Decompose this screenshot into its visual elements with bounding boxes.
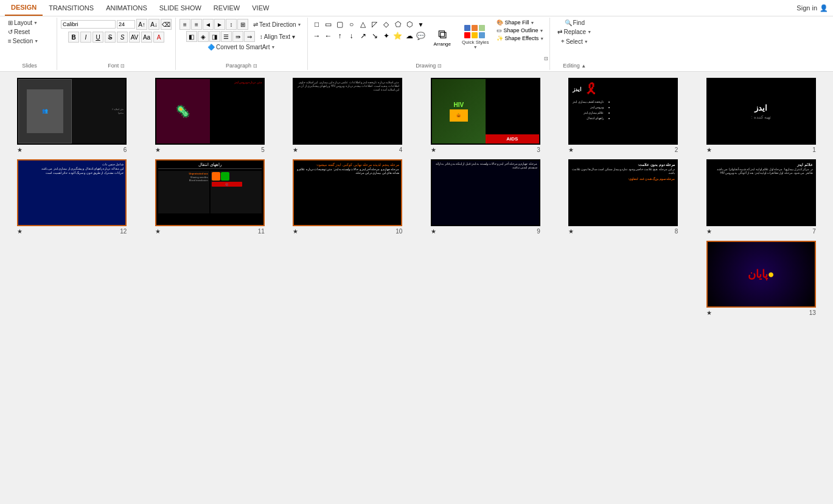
shape-triangle-icon[interactable]: △: [358, 19, 369, 30]
drawing-group-expand[interactable]: ⊡: [544, 56, 548, 61]
slide-item-1[interactable]: ایدز تهیه کننده : ★ 1: [695, 78, 828, 153]
tab-slideshow[interactable]: SLIDE SHOW: [153, 1, 207, 15]
tab-design[interactable]: DESIGN: [5, 0, 43, 16]
decrease-font-button[interactable]: A↓: [148, 19, 159, 30]
slide-item-4[interactable]: متن اسلاید درباره تاریخچه ایدز و اطلاعات…: [282, 78, 414, 153]
shape-arrow6-icon[interactable]: ↘: [369, 30, 380, 41]
slide-item-2[interactable]: 🎗 ایدز تاریخچه کشف بیماری ایدز ویروس اید…: [557, 78, 689, 153]
slide-item-7[interactable]: علائم ایدز در مرکز کنترل بیماریها: مرحله…: [695, 159, 828, 235]
slide-6-num: 6: [124, 147, 127, 153]
slide-item-11[interactable]: راههای انتقال Unprotected sex Sharing ne…: [144, 159, 276, 235]
slide-13-star: ★: [706, 309, 712, 316]
font-color-button[interactable]: A: [153, 32, 164, 43]
columns-button[interactable]: ⊞: [237, 19, 248, 30]
arrange-button[interactable]: ⧉ Arrange: [429, 19, 456, 55]
slide-11-num: 11: [258, 228, 265, 235]
shape-star2-icon[interactable]: ⭐: [392, 30, 403, 41]
select-icon: ⌖: [561, 38, 565, 45]
justify-button[interactable]: ☰: [221, 31, 232, 42]
shape-arrow-icon[interactable]: →: [312, 30, 322, 41]
shape-pentagon-icon[interactable]: ⬠: [392, 19, 403, 30]
shape-diamond-icon[interactable]: ◇: [381, 19, 392, 30]
select-dropdown-icon: ▼: [584, 40, 588, 44]
sign-in-button[interactable]: Sign in 👤: [796, 4, 828, 12]
arrange-icon: ⧉: [438, 27, 447, 41]
shape-arrow2-icon[interactable]: ←: [323, 30, 334, 41]
shape-outline-button[interactable]: ▭ Shape Outline ▼: [495, 27, 546, 34]
find-button[interactable]: 🔍 Find: [563, 19, 587, 27]
shape-effects-button[interactable]: ✨ Shape Effects ▼: [495, 35, 546, 42]
align-text-button[interactable]: ↕ Align Text ▾: [258, 33, 297, 41]
slide-item-5[interactable]: 🦠 متن درباره ویروس ایدز ★ 5: [144, 78, 276, 153]
shape-arrow4-icon[interactable]: ↓: [346, 30, 357, 41]
align-left-button[interactable]: ◧: [186, 31, 197, 42]
replace-dropdown-icon: ▼: [587, 30, 591, 34]
tab-animations[interactable]: ANIMATIONS: [100, 1, 153, 15]
strikethrough-button[interactable]: S: [105, 32, 116, 43]
layout-button[interactable]: ⊞ Layout ▼: [6, 19, 40, 27]
italic-button[interactable]: I: [80, 32, 91, 43]
tab-view[interactable]: VIEW: [246, 1, 275, 15]
shape-star-icon[interactable]: ✦: [381, 30, 392, 41]
shadow-button[interactable]: S: [117, 32, 128, 43]
line-spacing-button[interactable]: ↕: [226, 19, 237, 30]
slide-7-star: ★: [706, 228, 712, 235]
replace-button[interactable]: ⇄ Replace ▼: [556, 28, 593, 36]
slide-item-13[interactable]: ●پایان ★ 13: [695, 241, 828, 320]
shape-rect-icon[interactable]: □: [312, 19, 322, 30]
text-direction-button[interactable]: ⇌ Text Direction ▼: [251, 21, 304, 29]
decrease-indent-button[interactable]: ◄: [203, 19, 214, 30]
shape-arrow3-icon[interactable]: ↑: [335, 30, 346, 41]
slide-7-num: 7: [812, 228, 816, 235]
shape-round-rect-icon[interactable]: ▢: [335, 19, 346, 30]
slide-item-12[interactable]: شامل جنس ذات این مقاله درباره راههای انت…: [6, 159, 138, 235]
increase-font-button[interactable]: A↑: [136, 19, 147, 30]
numbering-button[interactable]: ≡: [191, 19, 202, 30]
slide-10-star: ★: [293, 228, 298, 235]
char-spacing-button[interactable]: AV: [129, 32, 140, 43]
slide-item-3[interactable]: HIV 🎃 AIDS ★ 3: [420, 78, 552, 153]
shape-outline-dropdown-icon: ▼: [540, 29, 544, 33]
shape-rtriangle-icon[interactable]: ◸: [369, 19, 380, 30]
rtl-text-button[interactable]: ⇛: [232, 31, 243, 42]
clear-format-button[interactable]: ⌫: [161, 19, 172, 30]
slide-11-star: ★: [155, 228, 161, 235]
bold-button[interactable]: B: [68, 32, 79, 43]
slide-5-num: 5: [261, 147, 265, 153]
slide-4-num: 4: [399, 147, 403, 153]
slide-item-6[interactable]: 👥 متن اسلاید ۶ محتوا: [6, 78, 138, 153]
section-icon: ≡: [8, 38, 12, 44]
bullets-button[interactable]: ≡: [179, 19, 190, 30]
quick-styles-button[interactable]: Quick Styles ▼: [458, 19, 492, 55]
shape-cloud-icon[interactable]: ☁: [404, 30, 415, 41]
shape-arrow5-icon[interactable]: ↗: [358, 30, 369, 41]
slide-12-star: ★: [17, 228, 23, 235]
slide-item-8[interactable]: مرحله دوم بدون علامت: در این مرحله هیچ ع…: [557, 159, 689, 235]
align-center-button[interactable]: ◈: [198, 31, 209, 42]
select-button[interactable]: ⌖ Select ▼: [559, 37, 590, 46]
slide-item-10[interactable]: مرحله پنجم لذیذه مرحله نهایی کوکبی ایدز …: [282, 159, 414, 235]
ltr-text-button[interactable]: ⇒: [244, 31, 255, 42]
slide-item-9[interactable]: مرحله چهارم و مرحله آخر ایدز و حالات واب…: [420, 159, 552, 235]
tab-review[interactable]: REVIEW: [207, 1, 246, 15]
reset-button[interactable]: ↺ Reset: [6, 28, 32, 36]
font-size-input[interactable]: [117, 20, 135, 29]
font-name-input[interactable]: [61, 20, 116, 29]
shape-rect2-icon[interactable]: ▭: [323, 19, 334, 30]
slide-3-num: 3: [537, 147, 540, 153]
shape-callout-icon[interactable]: 💬: [416, 30, 427, 41]
underline-button[interactable]: U: [92, 32, 103, 43]
change-case-button[interactable]: Aa: [141, 32, 152, 43]
shape-oval-icon[interactable]: ○: [346, 19, 357, 30]
sign-in-label: Sign in: [796, 4, 817, 12]
replace-icon: ⇄: [557, 29, 562, 35]
convert-smartart-button[interactable]: 🔷 Convert to SmartArt ▼: [206, 43, 277, 51]
tab-transitions[interactable]: TRANSITIONS: [43, 1, 100, 15]
shape-more-icon[interactable]: ▼: [416, 19, 427, 30]
shape-fill-button[interactable]: 🎨 Shape Fill ▼: [495, 19, 546, 26]
align-right-button[interactable]: ◨: [209, 31, 220, 42]
increase-indent-button[interactable]: ►: [214, 19, 225, 30]
section-button[interactable]: ≡ Section ▼: [6, 37, 40, 45]
slide-3-star: ★: [431, 147, 436, 153]
shape-hex-icon[interactable]: ⬡: [404, 19, 415, 30]
